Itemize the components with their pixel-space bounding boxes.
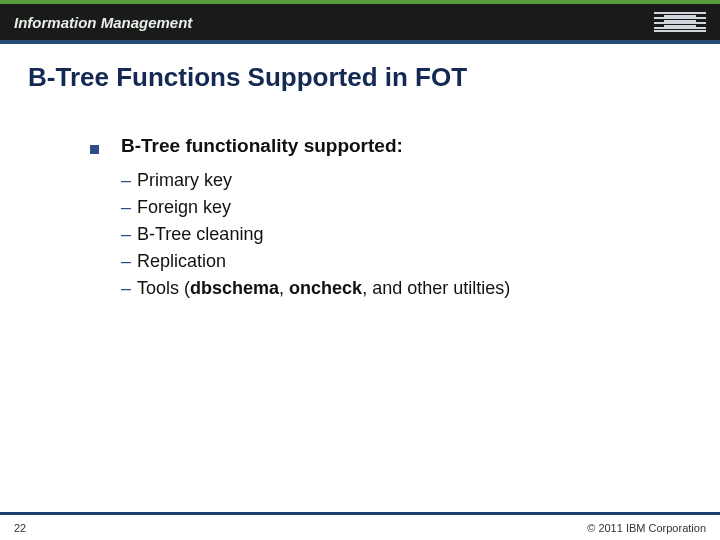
item-text: Foreign key xyxy=(137,197,231,217)
dash-icon: – xyxy=(121,251,131,271)
page-number: 22 xyxy=(14,522,26,534)
dash-icon: – xyxy=(121,170,131,190)
brand-title: Information Management xyxy=(14,14,192,31)
slide-title: B-Tree Functions Supported in FOT xyxy=(28,62,720,93)
copyright-text: © 2011 IBM Corporation xyxy=(587,522,706,534)
list-item: –Replication xyxy=(121,248,720,275)
list-item: –Tools (dbschema, oncheck, and other uti… xyxy=(121,275,720,302)
item-prefix: Tools ( xyxy=(137,278,190,298)
item-mid: , xyxy=(279,278,289,298)
dash-icon: – xyxy=(121,197,131,217)
item-text: Replication xyxy=(137,251,226,271)
footer-bar: 22 © 2011 IBM Corporation xyxy=(0,512,720,540)
sub-list: –Primary key –Foreign key –B-Tree cleani… xyxy=(121,167,720,302)
list-item: –Primary key xyxy=(121,167,720,194)
item-text: B-Tree cleaning xyxy=(137,224,263,244)
item-suffix: , and other utilties) xyxy=(362,278,510,298)
lead-bullet-row: B-Tree functionality supported: xyxy=(90,135,720,157)
item-bold: oncheck xyxy=(289,278,362,298)
header-band: Information Management xyxy=(0,0,720,44)
dash-icon: – xyxy=(121,224,131,244)
square-bullet-icon xyxy=(90,145,99,154)
dash-icon: – xyxy=(121,278,131,298)
list-item: –B-Tree cleaning xyxy=(121,221,720,248)
item-text: Primary key xyxy=(137,170,232,190)
list-item: –Foreign key xyxy=(121,194,720,221)
lead-text: B-Tree functionality supported: xyxy=(121,135,403,157)
item-bold: dbschema xyxy=(190,278,279,298)
ibm-logo-icon xyxy=(654,12,706,32)
slide-content: B-Tree functionality supported: –Primary… xyxy=(90,135,720,302)
